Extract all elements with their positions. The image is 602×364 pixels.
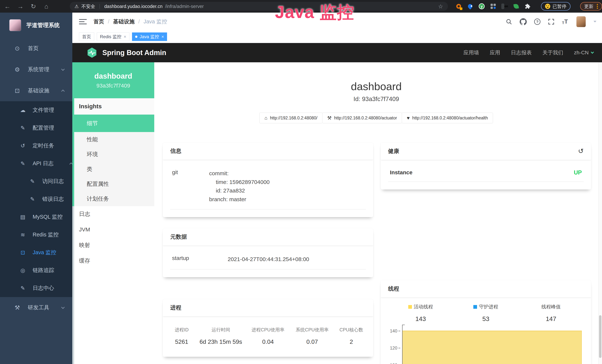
screenshot-annotation-text: Java 监控 <box>275 1 354 24</box>
breadcrumb-infrastructure[interactable]: 基础设施 <box>113 18 135 25</box>
sidebar-item-config-mgmt[interactable]: ✎ 配置管理 <box>0 119 72 137</box>
sidebar-item-redis-monitor[interactable]: ≋ Redis 监控 <box>0 226 72 244</box>
sba-menu-logs[interactable]: 日志 <box>72 206 154 222</box>
sba-nav-journal[interactable]: 日志报表 <box>511 49 532 56</box>
font-size-icon[interactable]: TT <box>562 18 568 25</box>
tag-redis-monitor[interactable]: Redis 监控 × <box>97 32 129 41</box>
tag-label: Redis 监控 <box>100 34 121 40</box>
service-url-button[interactable]: ⌂ http://192.168.0.2:48080/ <box>259 113 322 123</box>
extensions-puzzle-icon[interactable] <box>524 3 531 10</box>
help-icon[interactable]: ? <box>534 19 540 25</box>
sidebar-item-label: 研发工具 <box>28 304 49 311</box>
search-icon[interactable] <box>505 18 512 25</box>
github-icon[interactable] <box>520 18 527 25</box>
history-icon[interactable]: ↺ <box>578 147 584 155</box>
legend-live-threads: 活动线程 143 <box>388 304 453 322</box>
user-avatar[interactable] <box>576 16 586 27</box>
sidebar-item-access-logs[interactable]: ✎ 访问日志 <box>0 172 72 190</box>
extension-orange-icon[interactable] <box>455 3 462 10</box>
health-card-title: 健康 ↺ <box>381 142 591 160</box>
sba-menu-jvm[interactable]: JVM <box>72 222 154 237</box>
browser-back-icon[interactable]: ← <box>3 3 11 10</box>
close-icon[interactable]: × <box>161 34 164 39</box>
chrome-update-button[interactable]: 更新 <box>580 2 602 11</box>
extension-on-icon[interactable]: on <box>501 3 508 10</box>
sidebar-logo[interactable]: 芋道管理系统 <box>0 13 72 38</box>
tag-home[interactable]: 首页 <box>79 32 94 41</box>
actuator-url-button[interactable]: ⚒ http://192.168.0.2:48080/actuator <box>322 113 402 123</box>
browser-menu-kebab-icon[interactable] <box>597 4 598 9</box>
avatar-caret-down-icon[interactable] <box>593 21 596 22</box>
sidebar-item-dev-tools[interactable]: ⚒ 研发工具 <box>0 297 72 318</box>
sba-menu-environment[interactable]: 环境 <box>72 147 154 162</box>
instance-name: dashboard <box>94 72 132 80</box>
process-table-values: 5261 6d 23h 15m 59s 0.04 0.07 2 <box>168 338 368 345</box>
extension-leaf-icon[interactable] <box>513 3 519 10</box>
health-url-button[interactable]: ♥ http://192.168.0.2:48080/actuator/heal… <box>402 113 493 123</box>
fullscreen-icon[interactable] <box>548 18 555 25</box>
sidebar-item-label: 日志中心 <box>33 284 54 292</box>
gear-icon: ⚙ <box>14 66 21 73</box>
sidebar-item-scheduled-jobs[interactable]: ↺ 定时任务 <box>0 137 72 155</box>
sba-menu-mappings[interactable]: 映射 <box>72 237 154 253</box>
sidebar-item-label: 链路追踪 <box>33 267 54 274</box>
sba-menu-config-props[interactable]: 配置属性 <box>72 177 154 191</box>
sidebar-scrollbar[interactable] <box>72 206 74 364</box>
log-edit-icon: ✎ <box>19 285 26 291</box>
metadata-key: startup <box>172 255 228 264</box>
sidebar-item-tracing[interactable]: ◎ 链路追踪 <box>0 261 72 279</box>
sba-main-content: dashboard Id: 93a3fc7f7409 ⌂ http://192.… <box>154 62 602 364</box>
security-warning-icon[interactable]: ⚠ <box>75 4 79 9</box>
breadcrumb-home[interactable]: 首页 <box>93 18 104 25</box>
hamburger-menu-icon[interactable] <box>79 19 87 25</box>
content-scrollbar-thumb[interactable] <box>599 315 602 358</box>
sba-menu-caches[interactable]: 缓存 <box>72 253 154 268</box>
sidebar-item-label: 文件管理 <box>33 107 54 114</box>
close-icon[interactable]: × <box>124 34 126 39</box>
health-instance-row[interactable]: Instance UP <box>388 169 584 182</box>
sidebar-item-java-monitor[interactable]: ⊡ Java 监控 <box>0 244 72 261</box>
sba-brand-title[interactable]: Spring Boot Admin <box>102 49 166 57</box>
extension-grid-icon[interactable] <box>490 3 496 10</box>
sidebar-item-label: 定时任务 <box>33 142 54 150</box>
sba-nav-wallboard[interactable]: 应用墙 <box>463 49 479 56</box>
sba-nav-about[interactable]: 关于我们 <box>542 49 563 56</box>
legend-value: 53 <box>483 315 489 322</box>
sidebar-item-system-mgmt[interactable]: ⚙ 系统管理 <box>0 59 72 80</box>
sidebar-item-mysql-monitor[interactable]: ▤ MySQL 监控 <box>0 208 72 226</box>
browser-forward-icon[interactable]: → <box>16 3 24 10</box>
sba-menu-details[interactable]: 细节 <box>72 115 154 132</box>
tag-java-monitor[interactable]: Java 监控 × <box>132 32 167 41</box>
sba-body: dashboard 93a3fc7f7409 Insights 细节 性能 环境… <box>72 62 602 364</box>
extension-y-icon[interactable]: y <box>478 3 485 10</box>
legend-value: 147 <box>546 315 556 322</box>
sidebar-item-home[interactable]: ⊙ 首页 <box>0 38 72 59</box>
sidebar-item-label: Redis 监控 <box>33 231 59 238</box>
breadcrumb-separator: / <box>138 19 140 25</box>
content-scrollbar-track[interactable] <box>598 62 602 364</box>
chart-plot-area <box>402 325 584 364</box>
app-shell: 芋道管理系统 ⊙ 首页 ⚙ 系统管理 ⊡ 基础设施 ☁ 文件管理 ✎ 配置管理 <box>0 13 602 364</box>
sba-menu-scheduled-tasks[interactable]: 计划任务 <box>72 191 154 206</box>
sba-menu-metrics[interactable]: 性能 <box>72 132 154 147</box>
sidebar-item-file-mgmt[interactable]: ☁ 文件管理 <box>0 101 72 119</box>
browser-home-icon[interactable]: ⌂ <box>42 3 50 10</box>
instance-header[interactable]: dashboard 93a3fc7f7409 <box>72 62 154 98</box>
sidebar-item-infrastructure[interactable]: ⊡ 基础设施 <box>0 80 72 101</box>
sba-menu-classes[interactable]: 类 <box>72 162 154 177</box>
health-url-label: http://192.168.0.2:48080/actuator/health <box>412 116 488 120</box>
sba-nav-applications[interactable]: 应用 <box>490 49 500 56</box>
sidebar-item-error-logs[interactable]: ✎ 错误日志 <box>0 190 72 208</box>
profile-paused-badge[interactable]: 已暂停 <box>541 2 570 11</box>
sidebar-item-api-logs[interactable]: ✎ API 日志 <box>0 155 72 172</box>
eye-icon: ◎ <box>19 267 26 274</box>
extension-pin-icon[interactable] <box>467 3 473 10</box>
sidebar-item-log-center[interactable]: ✎ 日志中心 <box>0 279 72 297</box>
git-time-line: time: 1596289704000 <box>209 179 269 185</box>
actuator-url-label: http://192.168.0.2:48080/actuator <box>334 116 397 120</box>
address-bar[interactable]: ⚠ 不安全 dashboard.yudao.iocoder.cn /infra/… <box>70 2 448 11</box>
card-title-text: 信息 <box>170 147 181 155</box>
browser-reload-icon[interactable]: ↻ <box>29 3 37 10</box>
locale-selector[interactable]: zh-CN <box>574 50 593 56</box>
bookmark-star-icon[interactable]: ☆ <box>438 3 443 10</box>
